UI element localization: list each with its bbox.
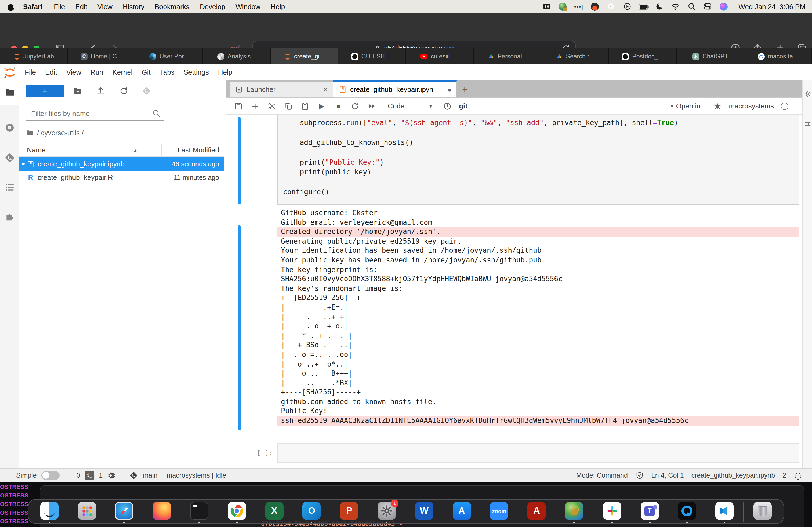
filter-files-input[interactable] (26, 106, 164, 120)
menu-view[interactable]: View (98, 2, 113, 11)
refresh-icon[interactable] (119, 86, 128, 95)
battery-icon[interactable] (639, 2, 648, 11)
insert-cell-icon[interactable] (251, 102, 259, 110)
jlab-menu-tabs[interactable]: Tabs (160, 68, 175, 76)
run-cell-icon[interactable]: ▶ (317, 102, 326, 110)
teams-dock-icon[interactable]: T (640, 502, 659, 520)
dock-outlook[interactable]: O (293, 500, 331, 524)
doc-tab-create-github-keypair-ipyn[interactable]: create_github_keypair.ipyn● (334, 80, 457, 97)
quicktime-dock-icon[interactable] (678, 502, 696, 520)
unsaved-dot-icon[interactable]: ● (448, 86, 451, 93)
cell-type-dropdown[interactable]: Code (388, 102, 404, 110)
cursor-position[interactable]: Ln 4, Col 1 (651, 471, 684, 479)
menu-history[interactable]: History (123, 2, 144, 11)
close-tab-icon[interactable]: × (323, 85, 328, 93)
jlab-menu-help[interactable]: Help (218, 68, 233, 76)
dock-teams[interactable]: T (631, 500, 669, 524)
restart-run-all-icon[interactable] (367, 102, 376, 110)
menu-develop[interactable]: Develop (200, 2, 225, 11)
trust-shield-icon[interactable] (635, 471, 644, 480)
dock-firefox[interactable] (143, 500, 181, 524)
new-folder-icon[interactable] (73, 86, 82, 95)
safari-tab-cu-esiil-[interactable]: CU-ESIIL... (338, 48, 406, 64)
dock-terminal[interactable] (180, 500, 218, 524)
open-in-dropdown[interactable]: ▾Open in... (671, 102, 707, 110)
dock-finder[interactable] (31, 500, 68, 524)
git-panel-icon[interactable] (4, 152, 15, 163)
cell-type-chevron-icon[interactable]: ▾ (429, 103, 432, 109)
dock-vscode[interactable] (706, 500, 743, 524)
settings-gear-icon[interactable] (804, 90, 811, 98)
kernel-status-icon[interactable] (781, 102, 788, 110)
safari-tab-chatgpt[interactable]: ChatGPT (677, 48, 744, 64)
notification-count[interactable]: 2 (782, 471, 786, 479)
dock-zoom[interactable]: zoom (480, 500, 518, 524)
jlab-menu-edit[interactable]: Edit (45, 68, 57, 76)
jlab-menu-git[interactable]: Git (142, 68, 151, 76)
menu-bookmarks[interactable]: Bookmarks (155, 2, 190, 11)
globalprotect-icon[interactable] (558, 2, 567, 11)
branch-name[interactable]: main (143, 471, 157, 479)
play-circle-icon[interactable] (622, 2, 632, 11)
kernel-count[interactable]: 1 (99, 471, 103, 479)
breadcrumb[interactable]: / cyverse-utils / (26, 129, 84, 137)
powerpoint-dock-icon[interactable]: P (340, 502, 359, 520)
settings-dock-icon[interactable]: 1 (378, 502, 396, 520)
code-editor[interactable]: subprocess.run(["eval", "$(ssh-agent -s)… (278, 115, 799, 197)
dock-slack[interactable] (593, 500, 631, 524)
wifi-icon[interactable] (671, 2, 680, 11)
safari-tab-personal-[interactable]: Personal... (474, 48, 541, 64)
dock-trash[interactable] (744, 500, 781, 524)
empty-cell-editor[interactable] (277, 443, 799, 463)
spotlight-icon[interactable] (687, 2, 696, 11)
capture-icon[interactable] (542, 2, 551, 11)
safari-tab-home-c-[interactable]: CHome | C... (68, 48, 135, 64)
git-branch-icon[interactable] (129, 471, 138, 480)
input-collapser[interactable] (238, 117, 241, 205)
finder-dock-icon[interactable] (40, 502, 59, 520)
browser-icon[interactable] (590, 2, 599, 11)
jlab-menu-settings[interactable]: Settings (184, 68, 209, 76)
file-row[interactable]: create_github_keypair.ipynb46 seconds ag… (19, 157, 224, 171)
appstore-dock-icon[interactable]: A (452, 502, 471, 520)
acrobat-dock-icon[interactable]: A (528, 502, 546, 520)
running-kernels-icon[interactable] (4, 122, 15, 133)
dock-excel[interactable]: X (256, 500, 293, 524)
safari-tab-search-r-[interactable]: Search r... (541, 48, 609, 64)
moon-icon[interactable] (655, 2, 664, 11)
history-clock-icon[interactable] (443, 102, 451, 110)
upload-icon[interactable] (96, 86, 105, 95)
globalprotect-dock-icon[interactable] (565, 502, 583, 520)
active-app-name[interactable]: Safari (23, 2, 42, 11)
chrome-dock-icon[interactable] (228, 502, 246, 520)
menu-edit[interactable]: Edit (75, 2, 87, 11)
outlook-dock-icon[interactable]: O (303, 502, 321, 520)
dock-quicktime[interactable] (668, 500, 706, 524)
dock-powerpoint[interactable]: P (331, 500, 368, 524)
restart-kernel-icon[interactable] (351, 102, 359, 110)
jlab-menu-view[interactable]: View (66, 68, 81, 76)
safari-tab-cu-esiil-[interactable]: cu esiil -... (406, 48, 474, 64)
dock-globalprotect[interactable] (555, 500, 593, 524)
slack-dock-icon[interactable] (603, 502, 621, 520)
kernel-name[interactable]: macrosystems (729, 102, 774, 110)
menu-window[interactable]: Window (235, 2, 260, 11)
siri-icon[interactable] (719, 2, 728, 11)
doc-tab-launcher[interactable]: Launcher× (230, 81, 334, 97)
apple-menu-icon[interactable] (8, 2, 14, 11)
safari-tab-user-por-[interactable]: User Por... (135, 48, 203, 64)
kernel-status-text[interactable]: macrosystems | Idle (166, 471, 226, 479)
paste-cells-icon[interactable] (301, 102, 309, 110)
git-clone-icon[interactable] (142, 86, 151, 95)
file-row[interactable]: Rcreate_github_keypair.R11 minutes ago (19, 171, 224, 184)
jlab-menu-kernel[interactable]: Kernel (112, 68, 132, 76)
stop-kernel-icon[interactable]: ■ (334, 102, 343, 110)
dock-appstore[interactable]: A (443, 500, 481, 524)
property-inspector-icon[interactable] (804, 120, 811, 128)
code-cell-input[interactable]: subprocess.run(["eval", "$(ssh-agent -s)… (277, 115, 799, 205)
table-of-contents-icon[interactable] (4, 182, 15, 193)
bell-icon[interactable] (794, 471, 802, 480)
column-last-modified[interactable]: Last Modified (177, 146, 219, 154)
vscode-dock-icon[interactable] (715, 502, 734, 520)
command-mode-indicator[interactable]: Mode: Command (576, 471, 628, 479)
